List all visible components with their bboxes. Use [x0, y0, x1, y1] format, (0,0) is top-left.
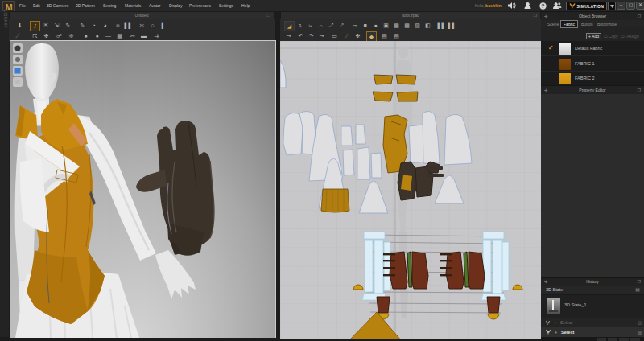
- svg-text:?: ?: [541, 3, 544, 9]
